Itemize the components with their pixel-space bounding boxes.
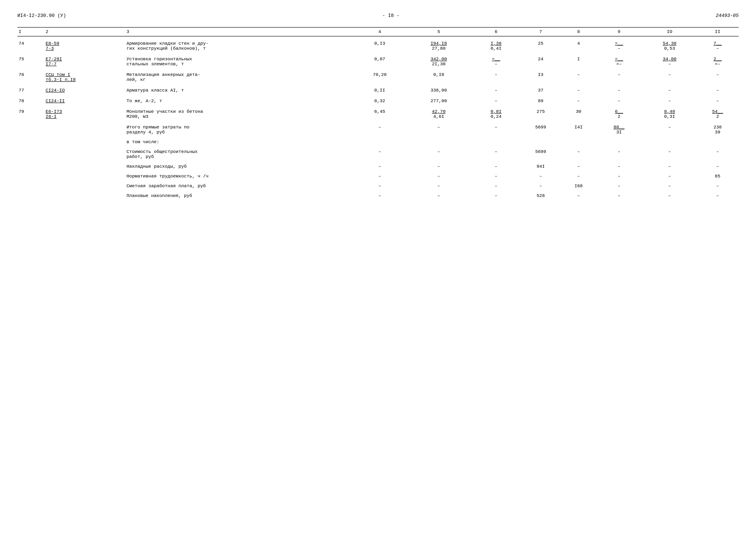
col-header-2: 2 [44,27,125,36]
summary-row: Накладные расходы, руб–––94I–––– [17,163,739,170]
col-header-5: 5 [405,27,472,36]
header-right: 24493-05 [716,13,739,19]
header-center: - I8 - [382,13,399,19]
table-row: 79E6-I73I6-IМонолитные участки из бетона… [17,108,739,120]
table-row: 75E7-29II7-7Установка горизонтальныхстал… [17,55,739,68]
col-header-9: 9 [595,27,643,36]
col-header-3: 3 [125,27,354,36]
table-row: 77CI24-IOАрматура класса AI, т0,II338,00… [17,86,739,94]
col-header-8: 8 [562,27,595,36]
table-row: 74E8-597-3Армирование кладки стен и дру-… [17,40,739,52]
col-header-1: I [17,27,44,36]
table-row: 76ССЦ том Iтб.3-I п.I8Металлизация анкер… [17,71,739,83]
summary-row: Сметная заработная плата, руб––––I68––– [17,182,739,190]
main-table: I 2 3 4 5 6 7 8 9 IO II 74E8-597-3Армиро… [17,27,739,202]
summary-row: Плановые накопления, руб–––528–––– [17,192,739,199]
summary-row: в том числе: [17,138,739,146]
col-header-10: IO [643,27,697,36]
column-header-row: I 2 3 4 5 6 7 8 9 IO II [17,27,739,36]
col-header-7: 7 [519,27,562,36]
col-header-11: II [697,27,739,36]
col-header-6: 6 [472,27,520,36]
page-header: ИI4-I2-230.90 (У) - I8 - 24493-05 [17,13,739,19]
header-left: ИI4-I2-230.90 (У) [17,13,66,19]
summary-row: Нормативная трудоемкость, ч /ч–––––––85 [17,173,739,180]
summary-row: Итого прямые затраты поразделу 4, руб–––… [17,124,739,136]
table-row: 78CI24-IIТо же, А-2, т0,32277,00–89–––– [17,97,739,105]
col-header-4: 4 [354,27,405,36]
summary-row: Стоимость общестроительныхработ, руб–––5… [17,148,739,161]
